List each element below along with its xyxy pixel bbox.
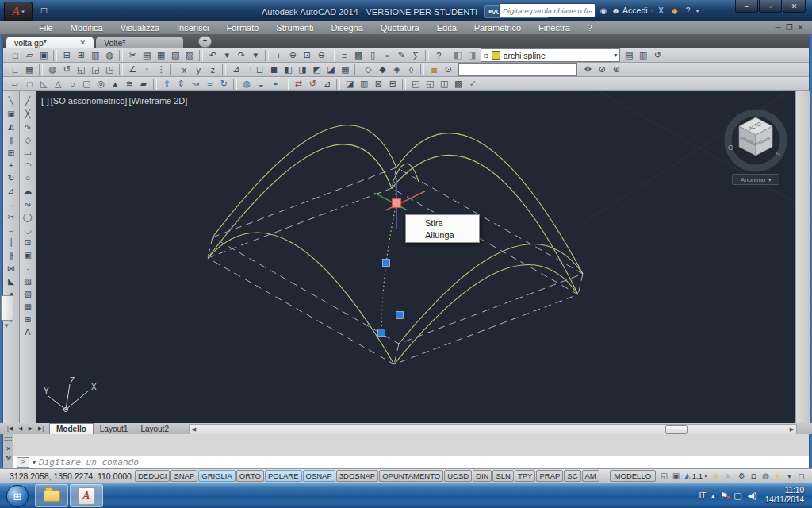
toggle-sc[interactable]: SC: [564, 470, 580, 482]
hatch-icon[interactable]: ▨: [21, 275, 35, 287]
3d-align-icon[interactable]: ⊿: [320, 78, 334, 90]
viewport-view-control[interactable]: [SO assonometrico]: [51, 96, 128, 106]
separator[interactable]: [222, 64, 226, 75]
move-icon[interactable]: +: [5, 159, 18, 171]
box-icon[interactable]: □: [22, 78, 36, 90]
arc-icon[interactable]: ◠: [21, 159, 35, 171]
vertical-scrollbar[interactable]: [795, 91, 810, 423]
plot-icon[interactable]: ⊟: [59, 49, 74, 62]
scroll-left-icon[interactable]: ◀: [190, 425, 198, 433]
toggle-deduci[interactable]: DEDUCI: [135, 470, 170, 482]
plot-preview-icon[interactable]: ⊞: [74, 49, 88, 62]
menu-disegna[interactable]: Disegna: [322, 23, 371, 33]
separator[interactable]: [53, 50, 57, 61]
revolve-icon[interactable]: ↻: [216, 78, 231, 90]
subtract-icon[interactable]: ◒: [254, 78, 268, 90]
pyramid-icon[interactable]: ▲: [108, 78, 122, 90]
ucs-origin-icon[interactable]: ∠: [125, 64, 140, 76]
viewcube[interactable]: O S ALTO SINISTRA FRONTE: [718, 101, 795, 177]
separator[interactable]: [425, 50, 429, 61]
help-icon[interactable]: ?: [683, 6, 694, 15]
search-icon[interactable]: ◉: [598, 6, 609, 15]
sign-in-button[interactable]: ☻ Accedi ▾: [611, 6, 653, 15]
ucs-zaxis-icon[interactable]: ↑: [140, 64, 154, 76]
communication-center-icon[interactable]: ◆: [669, 6, 680, 15]
separator[interactable]: [420, 64, 424, 75]
ucs-apply-icon[interactable]: ⊿: [228, 64, 243, 76]
undo-icon[interactable]: ↶: [205, 49, 220, 62]
toggle-osnap[interactable]: OSNAP: [303, 470, 335, 482]
cone-icon[interactable]: △: [51, 78, 65, 90]
construction-line-icon[interactable]: ╳: [21, 107, 35, 120]
application-menu-button[interactable]: A ▾: [4, 2, 33, 21]
break-point-icon[interactable]: ┆: [5, 236, 18, 248]
3d-rotate-icon[interactable]: ↺: [305, 78, 320, 90]
separator[interactable]: [354, 64, 358, 75]
separator[interactable]: [285, 79, 289, 90]
toggle-sln[interactable]: SLN: [492, 470, 513, 482]
horizontal-scrollbar[interactable]: ◀ ▶: [189, 424, 797, 435]
compass-south-label[interactable]: S: [776, 150, 780, 158]
copy-clip-icon[interactable]: ▤: [140, 49, 154, 62]
menu-file[interactable]: File: [30, 23, 62, 33]
helix-icon[interactable]: ≋: [122, 78, 136, 90]
doc-close-icon[interactable]: ✕: [798, 23, 804, 32]
menu-visualizza[interactable]: Visualizza: [112, 23, 168, 33]
toggle-tpy[interactable]: TPY: [515, 470, 535, 482]
vault-arc-right-inner[interactable]: [394, 265, 578, 364]
live-section-icon[interactable]: ▩: [451, 78, 465, 90]
separator[interactable]: [39, 64, 43, 75]
toolbar-grip[interactable]: ⁞: [5, 52, 6, 59]
ucs-world-icon[interactable]: ◍: [45, 64, 59, 76]
3d-move-icon[interactable]: ⇄: [291, 78, 305, 90]
copy-icon[interactable]: ▣: [5, 107, 18, 120]
volume-icon[interactable]: ◀): [748, 491, 757, 501]
zoom-realtime-icon[interactable]: ⊕: [285, 49, 300, 62]
vs-manager-icon[interactable]: ◊: [404, 64, 418, 76]
create-camera-icon[interactable]: ◙: [427, 64, 441, 76]
ucs-view-icon[interactable]: ◳: [102, 64, 117, 76]
stretch-icon[interactable]: ↔: [5, 198, 18, 210]
hardware-accel-icon[interactable]: ◍: [760, 471, 772, 480]
start-button[interactable]: ⊞: [6, 485, 29, 507]
separator[interactable]: [119, 50, 123, 61]
tab-layout1[interactable]: Layout1: [94, 424, 135, 434]
exchange-apps-icon[interactable]: X: [656, 6, 667, 15]
visual-style-dropdown[interactable]: [458, 63, 577, 76]
undo-dropdown-icon[interactable]: ▾: [220, 49, 234, 62]
annotation-autoscale-icon[interactable]: ◬: [722, 471, 733, 480]
ucs-x-icon[interactable]: x: [177, 64, 191, 76]
horizontal-scrollbar-thumb[interactable]: [665, 425, 688, 434]
layer-previous-icon[interactable]: ↺: [650, 49, 665, 62]
command-input-row[interactable]: > ▾ Digitare un comando: [13, 456, 809, 468]
convert-to-surface-icon[interactable]: ◱: [423, 78, 437, 90]
extend-icon[interactable]: →: [5, 223, 18, 236]
layer-dropdown[interactable]: ◘ archi spline ▾: [481, 48, 620, 62]
vs-sketchy-icon[interactable]: ▦: [338, 64, 352, 76]
insert-block-icon[interactable]: ⊡: [21, 236, 35, 248]
separator[interactable]: [199, 50, 203, 61]
properties-icon[interactable]: ≡: [337, 49, 351, 62]
vs-wireframe-icon[interactable]: ◼: [266, 64, 281, 76]
union-icon[interactable]: ◍: [239, 78, 254, 90]
tab-next-button[interactable]: ▶: [25, 424, 36, 433]
constrained-orbit-icon[interactable]: ⊘: [595, 64, 609, 76]
menu-finestra[interactable]: Finestra: [530, 23, 579, 33]
sphere-icon[interactable]: ○: [65, 78, 79, 90]
ucs-y-icon[interactable]: y: [191, 64, 205, 76]
cmd-drag-handle[interactable]: ∷∷: [4, 436, 12, 443]
separator[interactable]: [233, 79, 237, 90]
join-icon[interactable]: ⋈: [5, 261, 18, 274]
vs-shaded-icon[interactable]: ◆: [375, 64, 389, 76]
vs-shaded-edges-icon[interactable]: ◈: [389, 64, 404, 76]
interfere-icon[interactable]: ⊠: [371, 78, 385, 90]
named-views-icon[interactable]: ⊙: [441, 64, 455, 76]
toggle-prap[interactable]: PRAP: [536, 470, 563, 482]
vault-arc-back-outer[interactable]: [396, 133, 583, 274]
toolbar-grip[interactable]: ⁞: [5, 66, 6, 73]
close-icon[interactable]: ✕: [79, 39, 86, 47]
maximize-button[interactable]: ▫: [759, 0, 782, 13]
vs-xray-icon[interactable]: ◇: [361, 64, 375, 76]
coordinate-display[interactable]: 3128.2058, 1350.2274, 110.0000: [10, 471, 135, 481]
new-tab-button[interactable]: +: [198, 36, 212, 48]
